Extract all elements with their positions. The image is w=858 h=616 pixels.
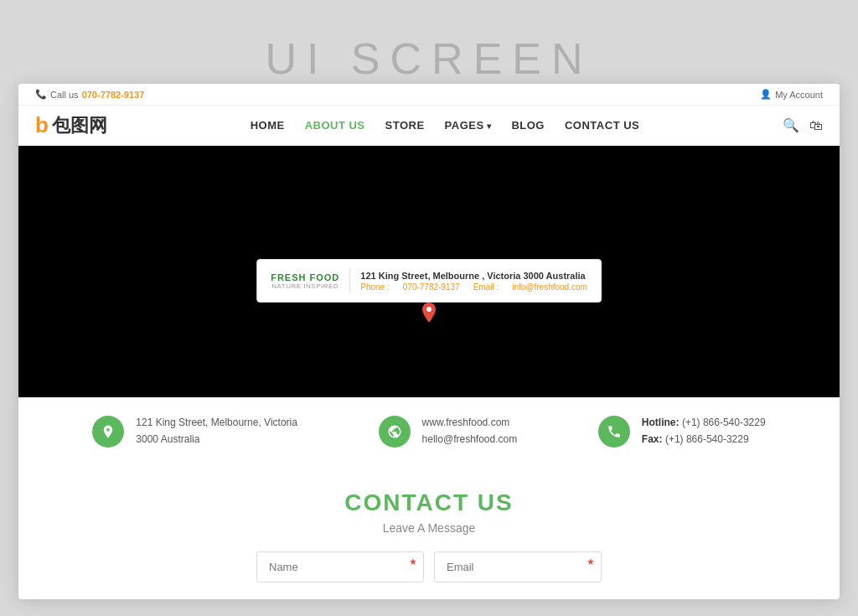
contact-us-section: CONTACT US Leave A Message ★ ★: [18, 464, 840, 599]
top-bar-left: 📞 Call us 070-7782-9137: [35, 89, 144, 100]
email-input[interactable]: [434, 551, 602, 582]
fax-number: (+1) 866-540-3229: [665, 433, 749, 445]
browser-window: 📞 Call us 070-7782-9137 👤 My Account b 包…: [18, 84, 840, 598]
contact-location-item: 121 King Street, Melbourne, Victoria 300…: [92, 415, 297, 447]
web-line1: www.freshfood.com: [422, 415, 518, 431]
account-icon: 👤: [760, 89, 772, 100]
hotline-line: Hotline: (+1) 866-540-3229: [642, 415, 766, 431]
email-field-wrapper: ★: [434, 551, 602, 582]
tooltip-email: info@freshfood.com: [512, 282, 587, 292]
header-icons: 🔍 🛍: [783, 117, 823, 133]
nav-blog[interactable]: BLOG: [511, 119, 545, 132]
phone-text: Hotline: (+1) 866-540-3229 Fax: (+1) 866…: [642, 415, 766, 447]
contact-us-subtitle: Leave A Message: [35, 521, 823, 535]
phone-icon-circle: [598, 416, 630, 448]
search-button[interactable]: 🔍: [783, 117, 799, 133]
tooltip-info: 121 King Street, Melbourne , Victoria 30…: [360, 271, 587, 292]
map-section: FRESH FOOD NATURE INSPIRED 121 King Stre…: [18, 146, 840, 397]
web-icon-circle: [379, 416, 411, 448]
fax-label: Fax:: [642, 433, 663, 445]
header: b 包图网 HOME ABOUT US STORE PAGES BLOG CON…: [18, 106, 840, 146]
hotline-number: (+1) 866-540-3229: [682, 417, 766, 428]
name-field-wrapper: ★: [256, 551, 424, 582]
nav-contact[interactable]: CONTACT US: [565, 119, 639, 132]
phone-number[interactable]: 070-7782-9137: [82, 90, 145, 100]
svg-point-0: [426, 307, 432, 312]
nav-pages[interactable]: PAGES: [445, 119, 492, 132]
location-line2: 3000 Australia: [136, 432, 297, 448]
location-icon-circle: [92, 416, 124, 448]
tooltip-divider: [349, 268, 350, 293]
top-bar: 📞 Call us 070-7782-9137 👤 My Account: [18, 84, 840, 106]
contact-info-bar: 121 King Street, Melbourne, Victoria 300…: [18, 397, 840, 463]
name-required-star: ★: [409, 556, 417, 567]
location-line1: 121 King Street, Melbourne, Victoria: [136, 415, 297, 431]
nav-home[interactable]: HOME: [251, 119, 285, 132]
tooltip-phone-label: Phone :: [360, 282, 389, 292]
tooltip-brand-sub: NATURE INSPIRED: [271, 282, 339, 290]
account-label[interactable]: My Account: [775, 90, 823, 100]
contact-web-item: www.freshfood.com hello@freshfood.com: [379, 415, 518, 447]
top-bar-right: 👤 My Account: [760, 89, 823, 100]
web-line2: hello@freshfood.com: [422, 432, 518, 448]
fax-line: Fax: (+1) 866-540-3229: [642, 432, 766, 448]
contact-us-title: CONTACT US: [35, 489, 823, 516]
call-text: Call us: [50, 90, 79, 100]
main-nav: HOME ABOUT US STORE PAGES BLOG CONTACT U…: [251, 119, 640, 132]
nav-about[interactable]: ABOUT US: [305, 119, 365, 132]
map-tooltip: FRESH FOOD NATURE INSPIRED 121 King Stre…: [256, 259, 602, 303]
tooltip-logo: FRESH FOOD NATURE INSPIRED: [271, 272, 339, 290]
logo-chinese: 包图网: [52, 113, 107, 138]
tooltip-contacts: Phone : 070-7782-9137 Email : info@fresh…: [360, 282, 587, 292]
contact-phone-item: Hotline: (+1) 866-540-3229 Fax: (+1) 866…: [598, 415, 766, 447]
tooltip-brand-name: FRESH FOOD: [271, 272, 339, 282]
location-text: 121 King Street, Melbourne, Victoria 300…: [136, 415, 297, 447]
screen-label: UI SCREEN: [265, 34, 592, 84]
contact-form-row: ★ ★: [35, 551, 823, 582]
phone-icon: 📞: [35, 89, 47, 100]
name-input[interactable]: [256, 551, 424, 582]
web-text: www.freshfood.com hello@freshfood.com: [422, 415, 518, 447]
tooltip-email-label: Email :: [473, 282, 499, 292]
email-required-star: ★: [587, 556, 595, 567]
hotline-label: Hotline:: [642, 417, 680, 428]
cart-button[interactable]: 🛍: [809, 118, 823, 133]
tooltip-phone: 070-7782-9137: [403, 282, 460, 292]
nav-store[interactable]: STORE: [385, 119, 425, 132]
logo-b: b: [35, 112, 49, 138]
logo: b 包图网: [35, 112, 107, 138]
tooltip-address: 121 King Street, Melbourne , Victoria 30…: [360, 271, 587, 281]
map-pin: [419, 303, 439, 323]
